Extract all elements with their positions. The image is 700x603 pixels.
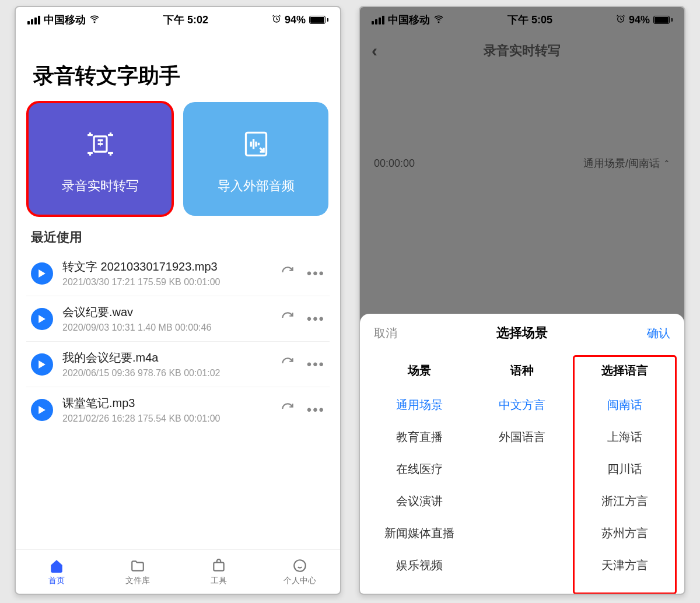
more-icon[interactable]: ••• xyxy=(307,265,325,282)
more-icon[interactable]: ••• xyxy=(307,402,325,418)
play-icon[interactable] xyxy=(31,399,53,421)
signal-icon xyxy=(27,16,40,24)
alarm-icon xyxy=(272,14,281,26)
tab-label: 个人中心 xyxy=(284,576,316,586)
col-header: 选择语言 xyxy=(601,356,648,389)
language-selector[interactable]: 通用场景/闽南话 ⌃ xyxy=(583,156,670,170)
file-meta: 2020/06/15 09:36 978.76 KB 00:01:02 xyxy=(62,368,271,378)
refresh-icon[interactable] xyxy=(280,401,295,419)
picker-sheet: 取消 选择场景 确认 场景 通用场景 教育直播 在线医疗 会议演讲 新闻媒体直播… xyxy=(360,314,684,594)
recent-label: 最近使用 xyxy=(16,216,340,251)
col-item[interactable]: 在线医疗 xyxy=(368,453,471,485)
col-item[interactable]: 会议演讲 xyxy=(368,485,471,517)
svg-point-5 xyxy=(294,560,306,572)
tab-profile[interactable]: 个人中心 xyxy=(259,550,340,594)
refresh-icon[interactable] xyxy=(280,310,295,328)
tab-files[interactable]: 文件库 xyxy=(97,550,178,594)
file-item[interactable]: 我的会议纪要.m4a 2020/06/15 09:36 978.76 KB 00… xyxy=(26,342,330,387)
file-name: 我的会议纪要.m4a xyxy=(62,350,271,366)
play-icon[interactable] xyxy=(31,262,53,285)
col-item[interactable]: 上海话 xyxy=(573,421,676,453)
battery-percent: 94% xyxy=(629,14,650,26)
col-item[interactable]: 浙江方言 xyxy=(573,485,676,517)
tab-label: 工具 xyxy=(211,576,227,586)
sheet-title: 选择场景 xyxy=(496,324,548,342)
timer-label: 00:00:00 xyxy=(374,157,415,170)
file-meta: 2021/03/30 17:21 175.59 KB 00:01:00 xyxy=(62,277,271,288)
col-item[interactable]: 教育直播 xyxy=(368,421,471,453)
refresh-icon[interactable] xyxy=(280,265,295,282)
realtime-transcribe-card[interactable]: T 录音实时转写 xyxy=(27,102,173,216)
col-header: 场景 xyxy=(408,356,431,389)
status-bar: 中国移动 下午 5:02 94% xyxy=(16,7,340,33)
col-header: 语种 xyxy=(510,356,534,389)
col-item[interactable]: 天津方言 xyxy=(573,549,676,581)
more-icon[interactable]: ••• xyxy=(307,356,325,373)
clock-label: 下午 5:05 xyxy=(508,13,552,27)
svg-text:T: T xyxy=(97,138,103,148)
header: ‹ 录音实时转写 xyxy=(360,33,684,69)
tab-tools[interactable]: 工具 xyxy=(178,550,259,594)
col-item[interactable]: 四川话 xyxy=(573,453,676,485)
phone-left: 中国移动 下午 5:02 94% 录音转文字助手 T xyxy=(15,6,341,595)
battery-icon xyxy=(653,16,673,24)
tab-label: 首页 xyxy=(48,576,65,586)
battery-icon xyxy=(309,16,328,24)
status-bar: 中国移动 下午 5:05 94% xyxy=(360,7,684,33)
file-name: 课堂笔记.mp3 xyxy=(62,395,271,411)
confirm-button[interactable]: 确认 xyxy=(647,325,670,341)
file-list: 转文字 20210330171923.mp3 2021/03/30 17:21 … xyxy=(16,251,340,432)
col-item[interactable]: 外国语言 xyxy=(471,421,573,453)
carrier-label: 中国移动 xyxy=(44,13,86,27)
tab-home[interactable]: 首页 xyxy=(16,550,97,594)
signal-icon xyxy=(372,16,384,24)
scene-column[interactable]: 场景 通用场景 教育直播 在线医疗 会议演讲 新闻媒体直播 娱乐视频 xyxy=(368,356,471,594)
header-title: 录音实时转写 xyxy=(484,42,561,59)
col-item[interactable]: 中文方言 xyxy=(471,389,573,421)
col-item[interactable]: 娱乐视频 xyxy=(368,549,471,581)
play-icon[interactable] xyxy=(31,353,53,376)
file-item[interactable]: 课堂笔记.mp3 2021/02/26 16:28 175.54 KB 00:0… xyxy=(26,387,330,432)
chevron-up-icon: ⌃ xyxy=(663,159,670,168)
cancel-button[interactable]: 取消 xyxy=(374,325,397,341)
wifi-icon xyxy=(433,13,444,27)
svg-rect-4 xyxy=(214,562,223,570)
col-item[interactable]: 苏州方言 xyxy=(573,517,676,549)
file-meta: 2021/02/26 16:28 175.54 KB 00:01:00 xyxy=(62,413,271,424)
file-name: 会议纪要.wav xyxy=(62,304,271,320)
import-audio-card[interactable]: 导入外部音频 xyxy=(183,102,328,216)
dialect-column[interactable]: 选择语言 闽南话 上海话 四川话 浙江方言 苏州方言 天津方言 xyxy=(573,356,676,594)
carrier-label: 中国移动 xyxy=(388,13,430,27)
file-item[interactable]: 会议纪要.wav 2020/09/03 10:31 1.40 MB 00:00:… xyxy=(26,296,330,342)
alarm-icon xyxy=(616,14,625,26)
col-item[interactable]: 新闻媒体直播 xyxy=(368,517,471,549)
page-title: 录音转文字助手 xyxy=(16,33,340,102)
file-meta: 2020/09/03 10:31 1.40 MB 00:00:46 xyxy=(62,322,271,333)
refresh-icon[interactable] xyxy=(280,356,295,373)
langtype-column[interactable]: 语种 中文方言 外国语言 xyxy=(471,356,573,594)
wifi-icon xyxy=(89,13,100,27)
tab-label: 文件库 xyxy=(125,576,150,586)
back-icon[interactable]: ‹ xyxy=(372,41,377,61)
battery-percent: 94% xyxy=(285,14,306,26)
clock-label: 下午 5:02 xyxy=(163,13,208,27)
card-row: T 录音实时转写 导入外部音频 xyxy=(16,102,340,216)
tabbar: 首页 文件库 工具 个人中心 xyxy=(16,549,340,594)
card-label: 导入外部音频 xyxy=(218,177,295,195)
col-item[interactable]: 通用场景 xyxy=(368,389,471,421)
card-label: 录音实时转写 xyxy=(62,177,139,195)
more-icon[interactable]: ••• xyxy=(307,311,325,327)
play-icon[interactable] xyxy=(31,308,53,330)
language-value: 通用场景/闽南话 xyxy=(583,156,660,170)
col-item[interactable]: 闽南话 xyxy=(573,389,676,421)
file-name: 转文字 20210330171923.mp3 xyxy=(62,259,271,275)
phone-right: 中国移动 下午 5:05 94% ‹ 录音实时转写 0 xyxy=(359,6,685,595)
file-item[interactable]: 转文字 20210330171923.mp3 2021/03/30 17:21 … xyxy=(26,251,330,296)
